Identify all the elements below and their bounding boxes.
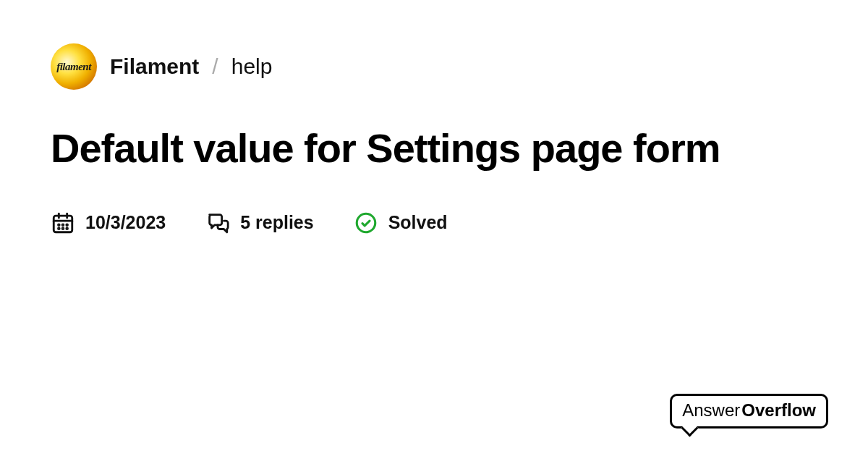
replies-text: 5 replies xyxy=(240,212,313,233)
svg-point-5 xyxy=(62,224,64,226)
server-name: Filament xyxy=(110,54,199,79)
svg-point-4 xyxy=(58,224,59,226)
svg-point-6 xyxy=(67,224,68,226)
meta-row: 10/3/2023 5 replies Solved xyxy=(51,211,817,235)
status-meta: Solved xyxy=(354,211,448,235)
page-title: Default value for Settings page form xyxy=(51,126,817,171)
date-meta: 10/3/2023 xyxy=(51,211,166,235)
server-avatar: filament xyxy=(51,43,97,90)
calendar-icon xyxy=(51,211,75,235)
replies-icon xyxy=(205,211,230,235)
brand-text-1: Answer xyxy=(682,400,740,420)
brand-logo: AnswerOverflow xyxy=(670,394,828,428)
svg-point-7 xyxy=(58,228,59,229)
date-text: 10/3/2023 xyxy=(85,212,166,233)
check-circle-icon xyxy=(354,211,378,235)
channel-name: help xyxy=(231,54,273,79)
replies-meta: 5 replies xyxy=(205,211,313,235)
svg-point-9 xyxy=(67,228,68,229)
breadcrumb-separator: / xyxy=(212,54,218,79)
svg-point-8 xyxy=(62,228,64,229)
status-text: Solved xyxy=(388,212,448,233)
avatar-label: filament xyxy=(56,61,91,73)
speech-bubble-icon: AnswerOverflow xyxy=(670,394,828,428)
breadcrumb: filament Filament / help xyxy=(51,43,817,90)
brand-text-2: Overflow xyxy=(741,400,816,420)
